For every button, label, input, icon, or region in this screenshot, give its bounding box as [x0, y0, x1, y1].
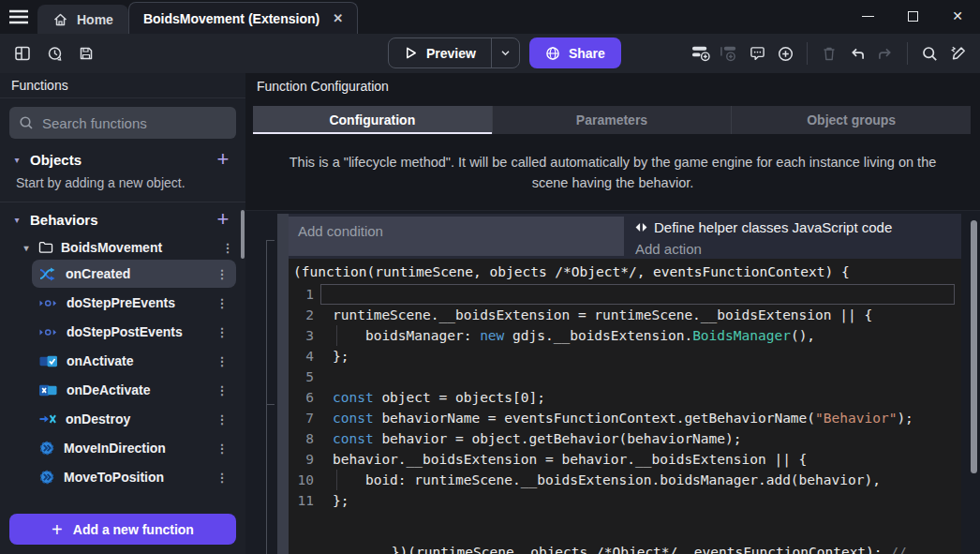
events-scrollbar[interactable]	[971, 220, 977, 473]
sidebar-item-dosteppreevents[interactable]: doStepPreEvents⋮	[32, 289, 236, 317]
maximize-button[interactable]	[890, 0, 935, 32]
sidebar-item-ondeactivate[interactable]: onDeActivate⋮	[32, 376, 236, 404]
line-number: 7	[289, 408, 320, 428]
add-comment-button[interactable]	[744, 40, 770, 67]
sidebar-item-label: onDestroy	[66, 412, 206, 427]
code-line-8[interactable]: 8const behavior = object.getBehavior(beh…	[289, 428, 961, 449]
kebab-menu-icon[interactable]: ⋮	[215, 354, 229, 368]
js-code-editor[interactable]: (function(runtimeScene, objects /*Object…	[289, 259, 961, 554]
close-tab-icon[interactable]: ✕	[333, 12, 343, 24]
kebab-menu-icon[interactable]: ⋮	[215, 383, 229, 397]
code-token: boidsManager:	[333, 328, 480, 343]
function-configuration-panel: Function Configuration ConfigurationPara…	[245, 73, 980, 554]
event-header: Add condition Define helper classes Java…	[289, 214, 961, 259]
code-token: BoidsManager	[692, 328, 791, 343]
code-line-5[interactable]: 5	[289, 367, 961, 387]
line-number: 9	[289, 449, 320, 470]
line-content[interactable]: const behavior = object.getBehavior(beha…	[320, 428, 961, 449]
code-wrapper-open: (function(runtimeScene, objects /*Object…	[289, 259, 961, 284]
sidebar-item-ondestroy[interactable]: onDestroy⋮	[32, 405, 236, 433]
panels-button[interactable]	[9, 40, 36, 67]
preview-button[interactable]: Preview	[389, 38, 491, 67]
share-button[interactable]: Share	[529, 37, 621, 68]
toolbar-center-group: Preview Share	[388, 37, 621, 68]
tab-home[interactable]: Home	[37, 5, 128, 34]
code-line-6[interactable]: 6const object = objects[0];	[289, 387, 961, 408]
tab-configuration[interactable]: Configuration	[253, 106, 493, 134]
redo-button	[872, 40, 898, 67]
add-action-button[interactable]: Add action	[635, 239, 961, 259]
kebab-menu-icon[interactable]: ⋮	[221, 241, 234, 255]
js-code-event-title[interactable]: Define helper classes JavaScript code	[635, 217, 961, 239]
code-line-3[interactable]: 3 boidsManager: new gdjs.__boidsExtensio…	[289, 325, 961, 346]
line-content[interactable]: const behaviorName = eventsFunctionConte…	[320, 408, 961, 428]
sidebar-item-movetoposition[interactable]: MoveToPosition⋮	[32, 463, 236, 491]
kebab-menu-icon[interactable]: ⋮	[215, 471, 229, 485]
close-icon: ✕	[952, 9, 963, 22]
add-circle-button[interactable]	[772, 40, 798, 67]
kebab-menu-icon[interactable]: ⋮	[215, 442, 229, 456]
undo-button[interactable]	[844, 40, 870, 67]
history-icon	[47, 46, 63, 62]
main-menu-button[interactable]	[0, 0, 37, 34]
minimize-button[interactable]	[845, 0, 890, 32]
line-content[interactable]: boid: runtimeScene.__boidsExtension.boid…	[320, 470, 961, 490]
kebab-menu-icon[interactable]: ⋮	[215, 325, 229, 339]
chevron-down-icon	[500, 50, 511, 56]
tab-label: Parameters	[576, 112, 647, 127]
search-functions-input[interactable]	[42, 115, 227, 131]
add-event-button[interactable]	[688, 40, 714, 67]
close-window-button[interactable]: ✕	[935, 0, 980, 32]
sidebar-item-oncreated[interactable]: onCreated⋮	[32, 260, 236, 288]
code-line-1[interactable]: 1	[289, 284, 961, 305]
tab-parameters[interactable]: Parameters	[493, 106, 733, 134]
sidebar-item-onactivate[interactable]: onActivate⋮	[32, 347, 236, 375]
add-behavior-button[interactable]: +	[214, 211, 232, 228]
line-content[interactable]: behavior.__boidsExtension = behavior.__b…	[320, 449, 961, 470]
sidebar-item-moveindirection[interactable]: MoveInDirection⋮	[32, 434, 236, 462]
search-box[interactable]	[9, 107, 236, 139]
line-content[interactable]	[320, 367, 961, 387]
add-condition-button[interactable]: Add condition	[289, 217, 624, 256]
conditions-column: Add condition	[289, 214, 626, 259]
kebab-menu-icon[interactable]: ⋮	[215, 296, 229, 310]
sidebar-item-dosteppostevents[interactable]: doStepPostEvents⋮	[32, 318, 236, 346]
line-number: 3	[289, 325, 320, 346]
toolbar-left-group	[9, 40, 99, 67]
chevron-down-icon: ▾	[12, 215, 22, 225]
line-content[interactable]: };	[320, 346, 961, 367]
line-content[interactable]: const object = objects[0];	[320, 387, 961, 408]
line-content[interactable]: boidsManager: new gdjs.__boidsExtension.…	[320, 325, 961, 346]
code-line-2[interactable]: 2runtimeScene.__boidsExtension = runtime…	[289, 305, 961, 325]
objects-section-header[interactable]: ▾ Objects +	[0, 142, 245, 174]
tab-boidsmovement-extension[interactable]: BoidsMovement (Extension) ✕	[128, 2, 358, 34]
code-line-7[interactable]: 7const behaviorName = eventsFunctionCont…	[289, 408, 961, 428]
search-button[interactable]	[916, 40, 943, 67]
event-drag-handle[interactable]	[277, 214, 289, 554]
behavior-folder-row[interactable]: ▾ BoidsMovement ⋮	[0, 234, 245, 259]
line-number: 2	[289, 305, 320, 325]
add-function-label: Add a new function	[73, 522, 194, 537]
code-line-4[interactable]: 4};	[289, 346, 961, 367]
edit-pen-button[interactable]	[944, 40, 971, 67]
preview-options-button[interactable]	[491, 38, 519, 67]
add-object-button[interactable]: +	[214, 151, 232, 168]
save-button[interactable]	[73, 40, 99, 67]
add-sub-event-button	[716, 40, 742, 67]
line-content[interactable]: runtimeScene.__boidsExtension = runtimeS…	[320, 305, 961, 325]
code-line-11[interactable]: 11};	[289, 490, 961, 511]
code-line-10[interactable]: 10 boid: runtimeScene.__boidsExtension.b…	[289, 470, 961, 490]
sidebar-scrollbar[interactable]	[241, 210, 245, 259]
kebab-menu-icon[interactable]: ⋮	[215, 267, 229, 281]
code-token: };	[333, 349, 349, 364]
code-token: };	[333, 493, 349, 508]
toolbar-right-group	[688, 40, 971, 67]
kebab-menu-icon[interactable]: ⋮	[215, 412, 229, 427]
tab-object-groups[interactable]: Object groups	[732, 106, 971, 134]
current-line[interactable]	[320, 284, 955, 305]
code-line-9[interactable]: 9behavior.__boidsExtension = behavior.__…	[289, 449, 961, 470]
add-function-button[interactable]: + Add a new function	[9, 514, 236, 545]
behaviors-section-header[interactable]: ▾ Behaviors +	[0, 202, 245, 234]
history-button[interactable]	[41, 40, 67, 67]
line-content[interactable]: };	[320, 490, 961, 511]
